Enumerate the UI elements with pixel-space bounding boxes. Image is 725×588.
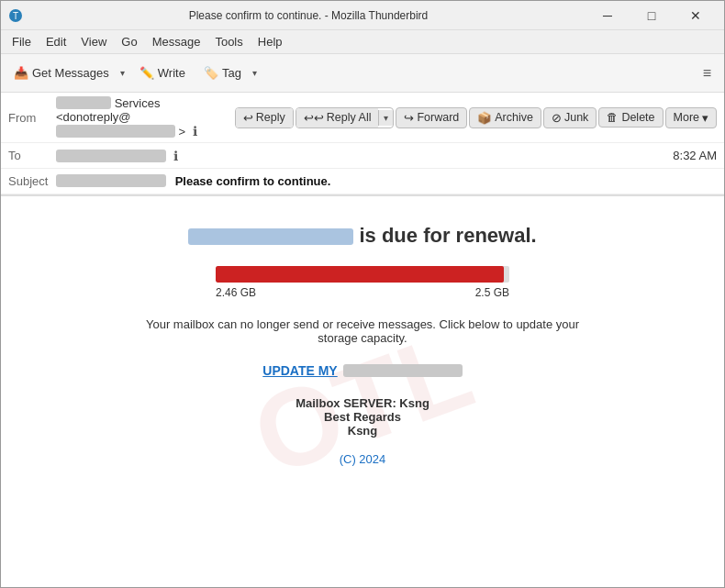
email-header: From Services <donotreply@ > ℹ ↩ Reply ↩… (1, 93, 724, 195)
from-value: Services <donotreply@ > ℹ (56, 96, 235, 139)
menu-file[interactable]: File (5, 33, 39, 50)
menu-tools[interactable]: Tools (207, 33, 250, 50)
storage-message: Your mailbox can no longer send or recei… (133, 317, 592, 345)
to-label: To (8, 149, 56, 162)
email-address-blurred (188, 228, 353, 245)
storage-labels: 2.46 GB 2.5 GB (216, 286, 509, 299)
to-email-blurred (56, 150, 166, 162)
storage-bar-section: 2.46 GB 2.5 GB (216, 266, 509, 299)
subject-bold-text: Please confirm to continue. (175, 174, 331, 188)
reply-all-dropdown[interactable]: ▾ (378, 110, 393, 126)
menu-bar: File Edit View Go Message Tools Help (1, 30, 724, 54)
delete-label: Delete (621, 111, 654, 124)
tag-button[interactable]: 🏷️ Tag (196, 62, 249, 83)
subject-row: Subject Please confirm to continue. (1, 169, 724, 194)
copyright-text: (C) 2024 (38, 452, 687, 466)
more-button[interactable]: More ▾ (665, 107, 717, 128)
from-name-blurred (56, 96, 111, 109)
title-bar: T Please confirm to continue. - Mozilla … (1, 1, 724, 30)
email-body-container: OTL is due for renewal. 2.46 GB 2.5 GB Y… (1, 195, 724, 588)
delete-button[interactable]: 🗑 Delete (598, 107, 663, 128)
archive-icon: 📦 (477, 111, 492, 125)
write-button[interactable]: ✏️ Write (132, 62, 193, 83)
more-label: More (674, 111, 699, 124)
get-messages-group: 📥 Get Messages ▾ (6, 62, 128, 83)
reply-all-split-button: ↩↩ Reply All ▾ (296, 107, 395, 128)
menu-help[interactable]: Help (251, 33, 290, 50)
from-label: From (8, 111, 56, 125)
reply-all-button[interactable]: ↩↩ Reply All (296, 108, 379, 128)
from-email-blurred (56, 125, 175, 138)
email-time: 8:32 AM (673, 149, 717, 162)
renewal-suffix: is due for renewal. (359, 224, 536, 247)
forward-icon: ↪ (404, 111, 414, 125)
tag-icon: 🏷️ (204, 66, 218, 80)
update-link-blurred[interactable] (343, 364, 463, 377)
app-icon: T (8, 8, 23, 23)
storage-total-label: 2.5 GB (475, 286, 509, 299)
reply-all-icon: ↩↩ (304, 111, 324, 125)
junk-button[interactable]: ⊘ Junk (543, 107, 597, 128)
subject-prefix-blurred (56, 174, 166, 187)
hamburger-menu-button[interactable]: ≡ (696, 61, 719, 85)
tag-group: 🏷️ Tag ▾ (196, 62, 261, 83)
from-row: From Services <donotreply@ > ℹ ↩ Reply ↩… (1, 93, 724, 143)
to-value: ℹ (56, 149, 673, 163)
action-bar: ↩ Reply ↩↩ Reply All ▾ ↪ Forward 📦 Archi… (235, 107, 717, 128)
to-row: To ℹ 8:32 AM (1, 143, 724, 169)
update-link-row: UPDATE MY (38, 363, 687, 378)
envelope-icon: 📥 (14, 66, 28, 80)
to-info-icon: ℹ (173, 149, 178, 163)
get-messages-dropdown[interactable]: ▾ (117, 64, 128, 82)
menu-edit[interactable]: Edit (39, 33, 73, 50)
footer-name: Ksng (38, 424, 687, 438)
svg-text:T: T (13, 11, 18, 21)
minimize-button[interactable]: ─ (586, 1, 629, 30)
storage-used-label: 2.46 GB (216, 286, 256, 299)
archive-label: Archive (495, 111, 533, 124)
reply-button[interactable]: ↩ Reply (236, 108, 293, 128)
menu-message[interactable]: Message (145, 33, 208, 50)
main-toolbar: 📥 Get Messages ▾ ✏️ Write 🏷️ Tag ▾ ≡ (1, 54, 724, 93)
subject-value: Please confirm to continue. (56, 174, 330, 188)
window-title: Please confirm to continue. - Mozilla Th… (30, 9, 586, 22)
footer-server: Mailbox SERVER: Ksng (38, 396, 687, 410)
tag-dropdown[interactable]: ▾ (249, 64, 261, 82)
renewal-title: is due for renewal. (38, 224, 687, 248)
storage-bar-track (216, 266, 509, 283)
reply-all-label: Reply All (327, 111, 372, 124)
maximize-button[interactable]: □ (630, 1, 673, 30)
junk-label: Junk (564, 111, 588, 124)
delete-icon: 🗑 (607, 111, 619, 124)
forward-button[interactable]: ↪ Forward (396, 107, 467, 128)
menu-go[interactable]: Go (114, 33, 144, 50)
reply-split-button: ↩ Reply (235, 107, 294, 128)
get-messages-label: Get Messages (32, 66, 109, 80)
tag-label: Tag (222, 66, 241, 80)
write-icon: ✏️ (139, 66, 154, 80)
close-button[interactable]: ✕ (675, 1, 717, 30)
reply-icon: ↩ (243, 111, 253, 125)
email-content: is due for renewal. 2.46 GB 2.5 GB Your … (1, 196, 724, 484)
footer-info: Mailbox SERVER: Ksng Best Regards Ksng (38, 396, 687, 438)
archive-button[interactable]: 📦 Archive (469, 107, 541, 128)
menu-view[interactable]: View (73, 33, 114, 50)
footer-regards: Best Regards (38, 410, 687, 424)
from-info-icon: ℹ (193, 124, 197, 139)
more-arrow-icon: ▾ (702, 111, 708, 125)
reply-label: Reply (256, 111, 285, 124)
junk-icon: ⊘ (552, 111, 562, 125)
subject-label: Subject (8, 174, 56, 188)
update-my-label[interactable]: UPDATE MY (262, 363, 337, 378)
storage-bar-fill (216, 266, 504, 283)
window-controls: ─ □ ✕ (586, 1, 717, 30)
write-label: Write (158, 66, 185, 80)
forward-label: Forward (417, 111, 459, 124)
blurred-email-link (188, 224, 359, 247)
get-messages-button[interactable]: 📥 Get Messages (6, 62, 117, 83)
